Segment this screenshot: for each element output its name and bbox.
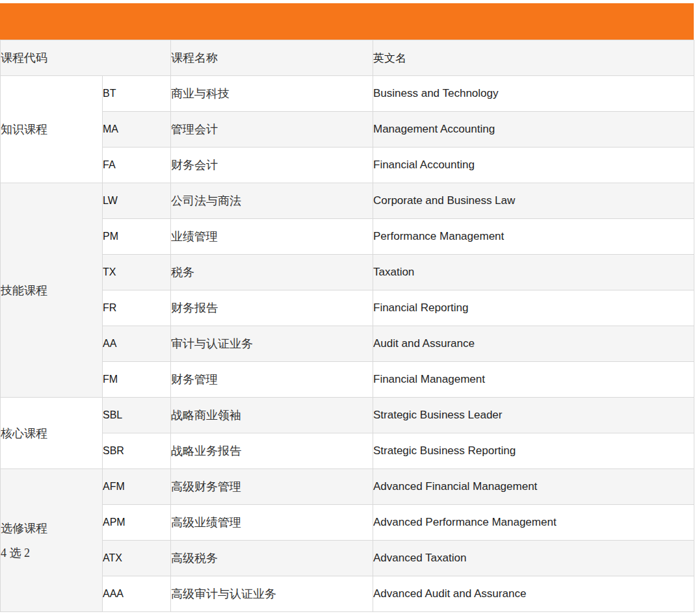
cn-name-cell: 高级审计与认证业务 — [171, 576, 373, 612]
table-row: PM 业绩管理 Performance Management — [1, 219, 694, 255]
table-row: 知识课程 BT 商业与科技 Business and Technology — [1, 76, 694, 112]
code-cell: FA — [103, 148, 171, 183]
en-name-cell: Advanced Audit and Assurance — [373, 576, 694, 612]
table-row: 选修课程 4 选 2 AFM 高级财务管理 Advanced Financial… — [1, 469, 694, 505]
cn-name-cell: 高级业绩管理 — [171, 505, 373, 541]
code-cell: LW — [103, 183, 171, 219]
code-cell: AAA — [103, 576, 171, 612]
orange-banner — [0, 3, 694, 40]
header-course-code: 课程代码 — [1, 40, 171, 76]
cn-name-cell: 高级税务 — [171, 541, 373, 576]
code-cell: PM — [103, 219, 171, 255]
table-row: AA 审计与认证业务 Audit and Assurance — [1, 326, 694, 362]
cn-name-cell: 商业与科技 — [171, 76, 373, 112]
en-name-cell: Corporate and Business Law — [373, 183, 694, 219]
group-cell-skills: 技能课程 — [1, 183, 103, 398]
code-cell: AA — [103, 326, 171, 362]
group-cell-core: 核心课程 — [1, 398, 103, 469]
en-name-cell: Advanced Taxation — [373, 541, 694, 576]
table-row: FA 财务会计 Financial Accounting — [1, 148, 694, 183]
table-row: APM 高级业绩管理 Advanced Performance Manageme… — [1, 505, 694, 541]
code-cell: FR — [103, 290, 171, 326]
table-row: FR 财务报告 Financial Reporting — [1, 290, 694, 326]
code-cell: APM — [103, 505, 171, 541]
en-name-cell: Financial Accounting — [373, 148, 694, 183]
course-table: 课程代码 课程名称 英文名 知识课程 BT 商业与科技 Business and… — [0, 40, 694, 612]
table-row: ATX 高级税务 Advanced Taxation — [1, 541, 694, 576]
code-cell: FM — [103, 362, 171, 398]
cn-name-cell: 公司法与商法 — [171, 183, 373, 219]
cn-name-cell: 战略业务报告 — [171, 433, 373, 469]
table-row: AAA 高级审计与认证业务 Advanced Audit and Assuran… — [1, 576, 694, 612]
cn-name-cell: 战略商业领袖 — [171, 398, 373, 433]
code-cell: MA — [103, 112, 171, 148]
en-name-cell: Financial Management — [373, 362, 694, 398]
en-name-cell: Performance Management — [373, 219, 694, 255]
cn-name-cell: 税务 — [171, 255, 373, 290]
cn-name-cell: 高级财务管理 — [171, 469, 373, 505]
en-name-cell: Advanced Performance Management — [373, 505, 694, 541]
code-cell: ATX — [103, 541, 171, 576]
header-english-name: 英文名 — [373, 40, 694, 76]
header-row: 课程代码 课程名称 英文名 — [1, 40, 694, 76]
cn-name-cell: 财务报告 — [171, 290, 373, 326]
group-sublabel: 4 选 2 — [1, 547, 102, 559]
group-cell-knowledge: 知识课程 — [1, 76, 103, 183]
code-cell: SBL — [103, 398, 171, 433]
group-cell-options: 选修课程 4 选 2 — [1, 469, 103, 612]
en-name-cell: Audit and Assurance — [373, 326, 694, 362]
cn-name-cell: 管理会计 — [171, 112, 373, 148]
code-cell: AFM — [103, 469, 171, 505]
code-cell: BT — [103, 76, 171, 112]
table-row: TX 税务 Taxation — [1, 255, 694, 290]
table-row: SBR 战略业务报告 Strategic Business Reporting — [1, 433, 694, 469]
en-name-cell: Business and Technology — [373, 76, 694, 112]
header-course-name: 课程名称 — [171, 40, 373, 76]
group-label: 选修课程 — [1, 522, 102, 534]
table-row: MA 管理会计 Management Accounting — [1, 112, 694, 148]
en-name-cell: Advanced Financial Management — [373, 469, 694, 505]
table-header: 课程代码 课程名称 英文名 — [1, 40, 694, 76]
table-row: 核心课程 SBL 战略商业领袖 Strategic Business Leade… — [1, 398, 694, 433]
en-name-cell: Strategic Business Reporting — [373, 433, 694, 469]
code-cell: SBR — [103, 433, 171, 469]
en-name-cell: Taxation — [373, 255, 694, 290]
table-row: 技能课程 LW 公司法与商法 Corporate and Business La… — [1, 183, 694, 219]
en-name-cell: Financial Reporting — [373, 290, 694, 326]
cn-name-cell: 财务会计 — [171, 148, 373, 183]
code-cell: TX — [103, 255, 171, 290]
cn-name-cell: 财务管理 — [171, 362, 373, 398]
table-row: FM 财务管理 Financial Management — [1, 362, 694, 398]
en-name-cell: Management Accounting — [373, 112, 694, 148]
cn-name-cell: 审计与认证业务 — [171, 326, 373, 362]
en-name-cell: Strategic Business Leader — [373, 398, 694, 433]
cn-name-cell: 业绩管理 — [171, 219, 373, 255]
